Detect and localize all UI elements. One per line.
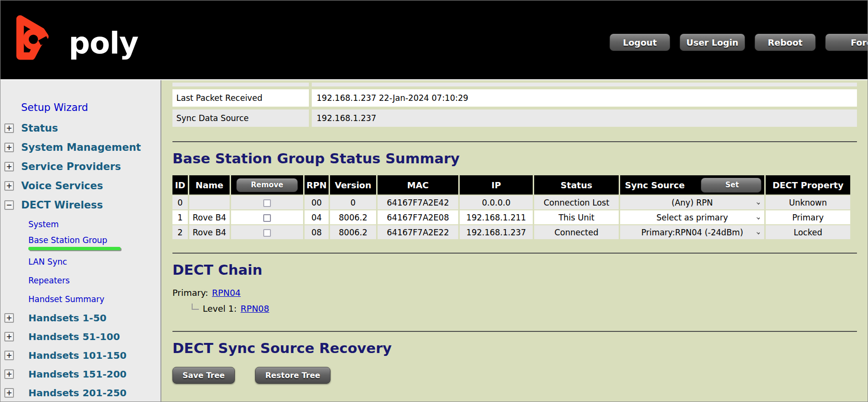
cell-name: Rove B4 [189, 210, 230, 224]
cell-mac: 64167F7A2E08 [378, 210, 458, 224]
cell-sync-source: (Any) RPN [620, 195, 764, 209]
cell-sync-source: Primary:RPN04 (-24dBm) [620, 225, 764, 239]
sidebar-item-base-station-group[interactable]: Base Station Group [0, 233, 160, 252]
cell-dect-property: Unknown [766, 195, 850, 209]
sidebar-item-status[interactable]: + Status [0, 119, 160, 138]
sidebar-item-handsets-101-150[interactable]: + Handsets 101-150 [0, 346, 160, 365]
chain-level1-line: Level 1: RPN08 [172, 304, 857, 314]
info-value: 192.168.1.237 [312, 110, 857, 127]
sidebar-item-handsets-201-250[interactable]: + Handsets 201-250 [0, 383, 160, 402]
cell-remove [231, 210, 303, 224]
sync-source-select[interactable]: Primary:RPN04 (-24dBm) [621, 225, 763, 239]
sidebar-item-handsets-1-50[interactable]: + Handsets 1-50 [0, 308, 160, 327]
section-title-summary: Base Station Group Status Summary [172, 150, 857, 167]
set-button[interactable]: Set [701, 178, 761, 193]
restore-tree-button[interactable]: Restore Tree [255, 367, 330, 384]
sidebar-item-repeaters[interactable]: Repeaters [0, 271, 160, 290]
user-login-button[interactable]: User Login [680, 34, 745, 51]
sidebar-item-system-management[interactable]: + System Management [0, 138, 160, 157]
sidebar-item-handsets-51-100[interactable]: + Handsets 51-100 [0, 327, 160, 346]
sidebar-item-handset-summary[interactable]: Handset Summary [0, 290, 160, 308]
expand-plus-icon[interactable]: + [4, 313, 14, 323]
cell-sync-source: Select as primary [620, 210, 764, 224]
dect-chain-tree: Primary: RPN04 Level 1: RPN08 [172, 288, 857, 314]
top-header-bar: poly Logout User Login Reboot Force Rebo… [0, 0, 868, 80]
table-row: 2 Rove B4 08 8006.2 64167F7A2E22 192.168… [172, 225, 850, 239]
cell-status: This Unit [534, 210, 619, 224]
expand-plus-icon[interactable]: + [4, 123, 14, 133]
col-header-status: Status [534, 175, 619, 195]
cell-id: 0 [172, 195, 188, 209]
cell-status: Connection Lost [534, 195, 619, 209]
cell-status: Connected [534, 225, 619, 239]
section-title-recovery: DECT Sync Source Recovery [172, 340, 857, 356]
sidebar-item-handsets-151-200[interactable]: + Handsets 151-200 [0, 365, 160, 383]
table-row: 1 Rove B4 04 8006.2 64167F7A2E08 192.168… [172, 210, 850, 224]
table-row: 0 00 0 64167F7A2E42 0.0.0.0 Connection L… [172, 195, 850, 209]
sync-source-select[interactable]: Select as primary [621, 210, 763, 224]
logout-button[interactable]: Logout [610, 34, 670, 51]
expand-plus-icon[interactable]: + [4, 162, 14, 171]
sidebar-nav: Setup Wizard + Status + System Managemen… [0, 80, 161, 402]
chevron-down-icon [757, 231, 760, 234]
poly-propeller-icon [14, 13, 58, 64]
cell-mac: 64167F7A2E22 [378, 225, 458, 239]
col-header-rpn: RPN [305, 175, 329, 195]
cell-rpn: 00 [305, 195, 329, 209]
collapse-minus-icon[interactable]: − [4, 200, 14, 210]
level1-rpn-link[interactable]: RPN08 [241, 304, 269, 314]
sync-info-table: Last Packet Received 192.168.1.237 22-Ja… [172, 89, 857, 127]
summary-header-row: ID Name Remove RPN Version MAC IP Status… [172, 175, 850, 195]
cell-version: 8006.2 [330, 225, 376, 239]
sync-source-select[interactable]: (Any) RPN [621, 195, 763, 209]
cell-mac: 64167F7A2E42 [378, 195, 458, 209]
tree-elbow-icon [192, 304, 199, 310]
sidebar-item-setup-wizard[interactable]: Setup Wizard [0, 97, 160, 119]
cell-name [189, 195, 230, 209]
cell-dect-property: Primary [766, 210, 850, 224]
info-label: Sync Data Source [172, 110, 309, 127]
save-tree-button[interactable]: Save Tree [172, 367, 235, 384]
sidebar-item-system[interactable]: System [0, 215, 160, 233]
chevron-down-icon [757, 216, 760, 219]
expand-plus-icon[interactable]: + [4, 369, 14, 379]
chain-primary-line: Primary: RPN04 [172, 288, 857, 298]
cell-ip: 192.168.1.237 [460, 225, 533, 239]
cell-name: Rove B4 [189, 225, 230, 239]
cell-version: 0 [330, 195, 376, 209]
cell-ip: 0.0.0.0 [460, 195, 533, 209]
sidebar-item-lan-sync[interactable]: LAN Sync [0, 252, 160, 271]
poly-wordmark: poly [69, 25, 138, 61]
sidebar-item-service-providers[interactable]: + Service Providers [0, 157, 160, 176]
primary-rpn-link[interactable]: RPN04 [212, 288, 241, 298]
reboot-button[interactable]: Reboot [755, 34, 816, 51]
expand-plus-icon[interactable]: + [4, 351, 14, 360]
col-header-name: Name [189, 175, 230, 195]
table-row: Sync Data Source 192.168.1.237 [172, 110, 857, 127]
remove-checkbox[interactable] [263, 199, 271, 207]
remove-checkbox[interactable] [263, 229, 271, 237]
table-row: Last Packet Received 192.168.1.237 22-Ja… [172, 89, 857, 107]
clipped-row-top [172, 83, 857, 86]
section-divider [172, 141, 857, 142]
cell-version: 8006.2 [330, 210, 376, 224]
col-header-dect-property: DECT Property [766, 175, 850, 195]
section-divider [172, 253, 857, 254]
remove-checkbox[interactable] [263, 214, 271, 222]
col-header-version: Version [330, 175, 376, 195]
expand-plus-icon[interactable]: + [4, 388, 14, 398]
expand-plus-icon[interactable]: + [4, 181, 14, 191]
recovery-button-row: Save Tree Restore Tree [172, 367, 857, 384]
remove-button[interactable]: Remove [236, 178, 298, 192]
force-reboot-button[interactable]: Force Reboot [825, 34, 868, 51]
cell-dect-property: Locked [766, 225, 850, 239]
col-header-remove: Remove [231, 175, 303, 195]
sidebar-item-voice-services[interactable]: + Voice Services [0, 176, 160, 195]
cell-remove [231, 195, 303, 209]
sidebar-item-dect-wireless[interactable]: − DECT Wireless [0, 195, 160, 215]
expand-plus-icon[interactable]: + [4, 143, 14, 152]
expand-plus-icon[interactable]: + [4, 332, 14, 341]
col-header-mac: MAC [378, 175, 458, 195]
main-content: Last Packet Received 192.168.1.237 22-Ja… [161, 80, 868, 402]
base-station-summary-table: ID Name Remove RPN Version MAC IP Status… [171, 174, 852, 240]
